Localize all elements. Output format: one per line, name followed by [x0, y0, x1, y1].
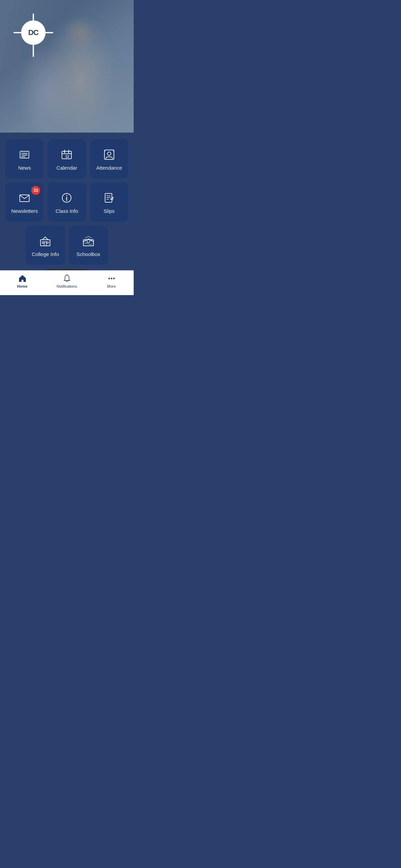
building-icon: [39, 235, 51, 247]
grid-row-3: College Info Schoolbox: [5, 226, 128, 265]
hero-section: DC: [0, 0, 134, 133]
home-icon: [18, 274, 27, 283]
schoolbox-icon: [82, 235, 95, 247]
notifications-icon: [63, 274, 71, 283]
nav-more[interactable]: More: [89, 274, 134, 288]
schoolbox-label: Schoolbox: [77, 251, 100, 257]
schoolbox-tile[interactable]: Schoolbox: [69, 226, 108, 265]
logo-circle: DC: [21, 20, 46, 45]
svg-point-31: [111, 278, 112, 279]
collegeinfo-tile[interactable]: College Info: [26, 226, 65, 265]
news-label: News: [18, 165, 31, 171]
news-tile[interactable]: News: [5, 139, 44, 178]
cross-top: [33, 14, 34, 20]
svg-rect-25: [47, 242, 48, 243]
attendance-tile[interactable]: Attendance: [90, 139, 128, 178]
svg-rect-26: [44, 242, 46, 246]
svg-point-30: [108, 278, 110, 279]
grid-row-1: News 12 Calendar: [5, 139, 128, 178]
attendance-icon: [103, 149, 115, 161]
svg-rect-19: [105, 193, 112, 202]
collegeinfo-label: College Info: [32, 251, 59, 257]
newsletters-tile[interactable]: 33 Newsletters: [5, 183, 44, 222]
svg-rect-23: [40, 240, 50, 246]
nav-home[interactable]: Home: [0, 274, 45, 288]
classinfo-tile[interactable]: Class Info: [48, 183, 86, 222]
cross-arm-right: [46, 32, 53, 33]
cross-arm-left: [14, 32, 21, 33]
bottom-nav: Home Notifications More: [0, 270, 134, 295]
cross-horizontal: DC: [14, 20, 53, 45]
svg-text:12: 12: [65, 155, 69, 158]
calendar-tile[interactable]: 12 Calendar: [48, 139, 86, 178]
logo-letters: DC: [28, 28, 38, 37]
calendar-icon: 12: [61, 149, 73, 161]
nav-notifications-label: Notifications: [57, 284, 77, 288]
classinfo-label: Class Info: [55, 208, 78, 214]
grid-section: News 12 Calendar: [0, 133, 134, 270]
svg-rect-28: [87, 240, 90, 242]
svg-point-18: [66, 195, 67, 196]
newsletters-label: Newsletters: [11, 208, 38, 214]
nav-home-label: Home: [17, 284, 28, 288]
cross-bottom: [33, 45, 34, 57]
nav-notifications[interactable]: Notifications: [45, 274, 89, 288]
logo-container: DC: [14, 14, 53, 57]
news-icon: [18, 149, 31, 161]
svg-point-32: [113, 278, 115, 279]
attendance-label: Attendance: [96, 165, 122, 171]
svg-point-10: [107, 152, 111, 155]
calendar-label: Calendar: [56, 165, 77, 171]
slips-tile[interactable]: Slips: [90, 183, 128, 222]
newsletters-badge: 33: [31, 186, 40, 195]
nav-more-label: More: [107, 284, 116, 288]
logo-cross: DC: [14, 14, 53, 57]
slips-label: Slips: [104, 208, 115, 214]
mail-icon: [18, 192, 31, 204]
slips-icon: [103, 192, 115, 204]
more-icon: [107, 274, 116, 283]
svg-rect-24: [42, 242, 44, 243]
grid-row-2: 33 Newsletters Class Info: [5, 183, 128, 222]
info-icon: [61, 192, 73, 204]
